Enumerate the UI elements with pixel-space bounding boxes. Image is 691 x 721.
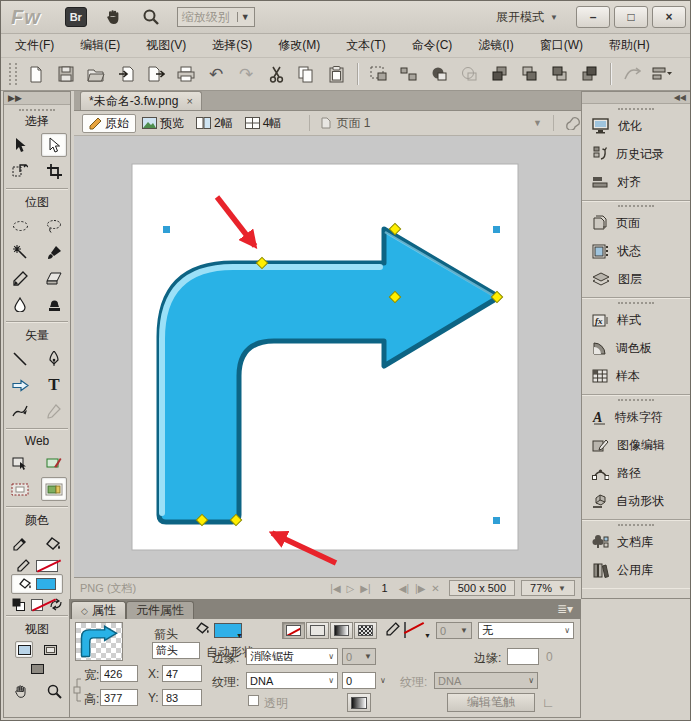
panel-common-library[interactable]: 公用库 [582, 556, 690, 584]
canvas-workspace[interactable] [74, 136, 581, 578]
export-icon[interactable] [143, 62, 169, 86]
fill-bucket-icon[interactable] [196, 622, 210, 635]
toolbar-gripper[interactable] [9, 63, 17, 85]
minimize-button[interactable]: – [576, 6, 610, 28]
bridge-icon[interactable]: Br [65, 7, 87, 27]
page-selector[interactable]: 页面 1 ▼ [309, 115, 581, 132]
stroke-category-select[interactable]: 无∨ [478, 622, 574, 639]
brush-tool[interactable] [41, 240, 67, 264]
save-icon[interactable] [53, 62, 79, 86]
width-input[interactable] [100, 665, 138, 682]
fill-texture-amount[interactable]: 0 [342, 672, 376, 689]
last-frame-icon[interactable]: ▶| [360, 583, 370, 594]
eraser-tool[interactable] [41, 266, 67, 290]
mode-original-button[interactable]: 原始 [82, 114, 136, 133]
import-icon[interactable] [113, 62, 139, 86]
stroke-color-swatch[interactable] [36, 560, 58, 572]
tab-properties[interactable]: ◇ 属性 [71, 601, 126, 619]
fill-texture-select[interactable]: DNA∨ [246, 672, 338, 689]
preview-in-browser-icon[interactable] [565, 116, 581, 130]
chevron-down-icon[interactable]: ▼ [533, 118, 542, 128]
default-colors-icon[interactable] [12, 598, 25, 611]
cut-icon[interactable] [263, 62, 289, 86]
stroke-edge-slider[interactable] [507, 648, 539, 665]
panel-gripper[interactable] [618, 524, 654, 526]
hand-tool[interactable] [7, 679, 33, 703]
panel-dock-collapse[interactable]: ◀◀ [582, 92, 690, 104]
transparent-checkbox[interactable] [248, 695, 259, 706]
magic-wand-tool[interactable] [7, 240, 33, 264]
menu-file[interactable]: 文件(F) [15, 37, 54, 54]
hand-icon[interactable] [101, 6, 125, 28]
tab-close-icon[interactable]: × [186, 95, 192, 107]
tab-symbol-properties[interactable]: 元件属性 [126, 601, 194, 619]
full-screen-with-menus-mode[interactable] [41, 641, 59, 658]
print-icon[interactable] [173, 62, 199, 86]
bring-forward-icon[interactable] [516, 62, 542, 86]
zoom-tool[interactable] [41, 679, 67, 703]
next-frame-icon[interactable]: |▶ [415, 583, 425, 594]
y-input[interactable] [162, 689, 202, 706]
magnify-icon[interactable] [139, 6, 163, 28]
mode-preview-button[interactable]: 预览 [136, 114, 190, 133]
menu-view[interactable]: 视图(V) [146, 37, 186, 54]
open-icon[interactable] [83, 62, 109, 86]
group-icon[interactable] [366, 62, 392, 86]
standard-screen-mode[interactable] [15, 641, 33, 658]
menu-text[interactable]: 文本(T) [346, 37, 385, 54]
new-document-icon[interactable] [23, 62, 49, 86]
panel-optimize[interactable]: 优化 [582, 112, 690, 140]
subselection-tool[interactable] [41, 133, 67, 157]
panel-document-library[interactable]: 文档库 [582, 528, 690, 556]
maximize-button[interactable]: □ [614, 6, 648, 28]
eyedropper-tool[interactable] [7, 532, 33, 556]
stroke-color-swatch[interactable] [404, 622, 406, 638]
zoom-level-select[interactable]: 缩放级别 ▼ [177, 7, 255, 27]
fill-none-button[interactable] [282, 622, 305, 639]
paste-icon[interactable] [323, 62, 349, 86]
play-icon[interactable]: ▷ [347, 583, 355, 594]
hotspot-tool[interactable] [7, 451, 33, 475]
panel-align[interactable]: 对齐 [582, 168, 690, 196]
selection-handle[interactable] [493, 226, 500, 233]
panel-gripper[interactable] [19, 109, 55, 111]
mode-4up-button[interactable]: 4幅 [239, 114, 288, 133]
zoom-indicator[interactable]: 77% ▼ [521, 580, 575, 596]
first-frame-icon[interactable]: |◀ [330, 583, 340, 594]
panel-gripper[interactable] [618, 302, 654, 304]
fill-solid-button[interactable] [306, 622, 329, 639]
expand-mode-button[interactable]: 展开模式 ▼ [496, 9, 558, 26]
panel-history[interactable]: 历史记录 [582, 140, 690, 168]
paint-bucket-tool[interactable] [41, 532, 67, 556]
panel-special-characters[interactable]: A 特殊字符 [582, 403, 690, 431]
menu-help[interactable]: 帮助(H) [609, 37, 650, 54]
panel-gripper[interactable] [618, 205, 654, 207]
line-tool[interactable] [7, 347, 33, 371]
menu-filters[interactable]: 滤镜(I) [478, 37, 513, 54]
menu-window[interactable]: 窗口(W) [540, 37, 583, 54]
undo-icon[interactable]: ↶ [203, 62, 229, 86]
document-tab[interactable]: *未命名-3.fw.png × [80, 91, 202, 110]
panel-auto-shapes[interactable]: 自动形状 [582, 487, 690, 515]
panel-collapse-icon[interactable]: ◇ [81, 606, 88, 616]
menu-commands[interactable]: 命令(C) [412, 37, 453, 54]
select-behind-tool[interactable] [7, 159, 33, 183]
constrain-icon[interactable] [73, 675, 83, 705]
text-tool[interactable]: T [41, 373, 67, 397]
panel-layers[interactable]: 图层 [582, 265, 690, 293]
stroke-color-pencil-icon[interactable] [17, 559, 30, 572]
send-backward-icon[interactable] [546, 62, 572, 86]
menu-select[interactable]: 选择(S) [212, 37, 252, 54]
vector-shape-tool[interactable] [7, 373, 33, 397]
blur-tool[interactable] [7, 292, 33, 316]
selection-handle[interactable] [163, 226, 170, 233]
corner-resize-icon[interactable]: ∟ [542, 695, 555, 710]
panel-image-editing[interactable]: 图像编辑 [582, 431, 690, 459]
hide-slices-tool[interactable] [7, 477, 33, 501]
pointer-tool[interactable] [7, 133, 33, 157]
send-to-back-icon[interactable] [576, 62, 602, 86]
rubber-stamp-tool[interactable] [41, 292, 67, 316]
bring-to-front-icon[interactable] [486, 62, 512, 86]
fill-pattern-button[interactable] [354, 622, 377, 639]
prev-frame-icon[interactable]: ◀| [399, 583, 409, 594]
